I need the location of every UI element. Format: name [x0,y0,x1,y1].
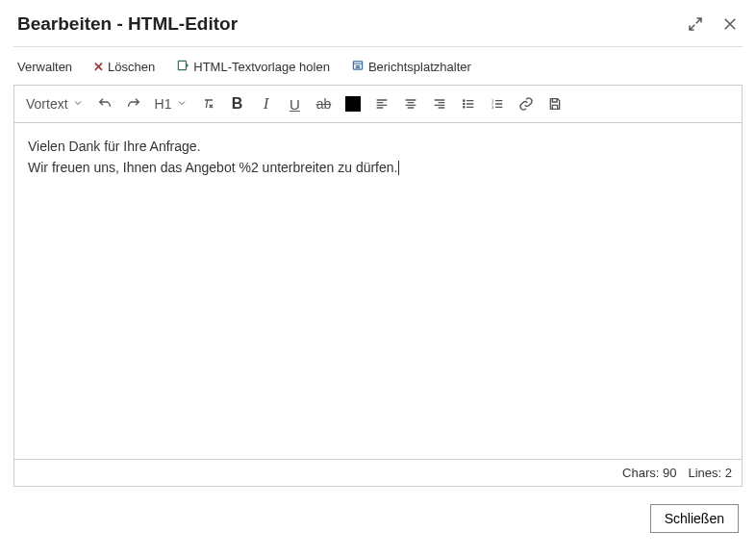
report-icon [351,59,365,75]
color-picker-button[interactable] [340,90,366,117]
menu-manage-label: Verwalten [17,60,72,74]
titlebar: Bearbeiten - HTML-Editor [13,0,743,47]
editor-area: Vielen Dank für Ihre Anfrage. Wir freuen… [13,123,743,460]
align-center-button[interactable] [397,90,424,117]
preset-dropdown[interactable]: Vortext [20,96,89,112]
undo-button[interactable] [91,90,118,117]
svg-point-2 [463,100,464,101]
menu-delete-label: Löschen [108,60,155,74]
template-icon [176,59,189,75]
heading-dropdown-label: H1 [155,96,172,112]
expand-icon[interactable] [687,15,704,33]
clear-format-button[interactable] [195,90,222,117]
dialog-footer: Schließen [13,487,743,533]
close-icon[interactable] [721,15,739,33]
menu-manage[interactable]: Verwalten [17,60,72,74]
save-button[interactable] [542,90,568,117]
link-button[interactable] [513,90,540,117]
menu-report-placeholder[interactable]: Berichtsplatzhalter [351,59,471,75]
align-right-button[interactable] [426,90,453,117]
menu-delete[interactable]: ✕ Löschen [93,60,155,74]
editor-content[interactable]: Vielen Dank für Ihre Anfrage. Wir freuen… [14,123,742,459]
align-left-button[interactable] [368,90,395,117]
bullet-list-button[interactable] [455,90,482,117]
menubar: Verwalten ✕ Löschen HTML-Textvorlage hol… [13,47,743,85]
color-swatch-icon [345,96,361,112]
chevron-down-icon [176,96,188,112]
titlebar-actions [687,15,739,33]
svg-point-4 [463,107,464,108]
delete-icon: ✕ [93,60,104,74]
status-lines: Lines: 2 [688,466,732,480]
text-cursor [398,161,399,175]
editor-toolbar: Vortext H1 B I U ab [13,85,743,123]
dialog-title: Bearbeiten - HTML-Editor [17,13,238,35]
close-button[interactable]: Schließen [650,504,739,533]
underline-button[interactable]: U [282,90,309,117]
redo-button[interactable] [120,90,147,117]
italic-button[interactable]: I [253,90,280,117]
status-chars: Chars: 90 [622,466,676,480]
statusbar: Chars: 90 Lines: 2 [13,460,743,487]
preset-dropdown-label: Vortext [26,96,68,112]
menu-report-placeholder-label: Berichtsplatzhalter [368,60,471,74]
strikethrough-button[interactable]: ab [311,90,338,117]
svg-rect-0 [179,61,187,69]
editor-line: Wir freuen uns, Ihnen das Angebot %2 unt… [28,158,728,179]
heading-dropdown[interactable]: H1 [149,96,193,112]
numbered-list-button[interactable]: 123 [484,90,511,117]
svg-point-3 [463,103,464,104]
menu-fetch-template[interactable]: HTML-Textvorlage holen [176,59,330,75]
svg-text:3: 3 [491,105,494,110]
bold-button[interactable]: B [224,90,251,117]
html-editor-dialog: Bearbeiten - HTML-Editor Verwalten ✕ Lös… [0,0,756,557]
chevron-down-icon [72,96,84,112]
menu-fetch-template-label: HTML-Textvorlage holen [193,60,330,74]
editor-line: Vielen Dank für Ihre Anfrage. [28,137,728,158]
